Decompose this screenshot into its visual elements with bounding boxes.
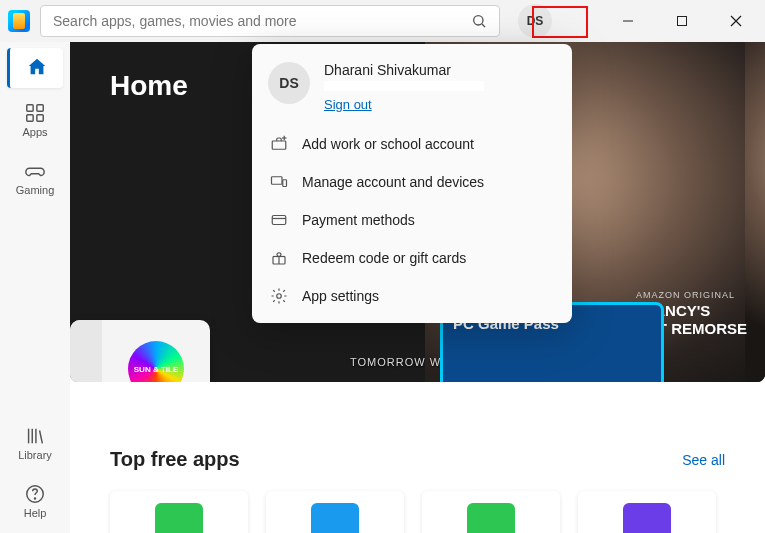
menu-app-settings[interactable]: App settings: [252, 277, 572, 315]
menu-payment-methods[interactable]: Payment methods: [252, 201, 572, 239]
sidebar-item-gaming[interactable]: Gaming: [7, 152, 63, 204]
sidebar-item-label: Help: [24, 507, 47, 519]
store-app-icon: [8, 10, 30, 32]
gift-icon: [270, 249, 288, 267]
svg-point-15: [34, 498, 35, 499]
menu-item-label: Payment methods: [302, 212, 415, 228]
svg-rect-9: [37, 115, 43, 121]
app-tile-icon: [623, 503, 671, 533]
menu-item-label: Redeem code or gift cards: [302, 250, 466, 266]
gear-icon: [270, 287, 288, 305]
popover-avatar-icon: DS: [268, 62, 310, 104]
app-card[interactable]: [422, 491, 560, 533]
devices-icon: [270, 173, 288, 191]
app-card[interactable]: [578, 491, 716, 533]
hero-background-image-2: [745, 42, 765, 382]
card-icon: [270, 211, 288, 229]
svg-rect-6: [27, 105, 33, 111]
app-card[interactable]: [266, 491, 404, 533]
gaming-icon: [24, 160, 46, 182]
svg-line-1: [482, 24, 485, 27]
section-title: Top free apps: [110, 448, 240, 471]
svg-rect-19: [272, 177, 283, 185]
hero-thumbnail-app[interactable]: SUN & TILE: [70, 320, 210, 382]
sidebar-item-help[interactable]: Help: [7, 475, 63, 527]
account-email-redacted: [324, 81, 484, 91]
svg-rect-7: [37, 105, 43, 111]
see-all-link[interactable]: See all: [682, 452, 725, 468]
app-tile-icon: [467, 503, 515, 533]
titlebar: DS: [0, 0, 765, 42]
app-card[interactable]: [110, 491, 248, 533]
app-card-row: [70, 491, 765, 533]
search-icon[interactable]: [467, 9, 491, 33]
sidebar-item-library[interactable]: Library: [7, 417, 63, 469]
sidebar-item-apps[interactable]: Apps: [7, 94, 63, 146]
svg-line-13: [40, 431, 43, 444]
help-icon: [24, 483, 46, 505]
account-popover: DS Dharani Shivakumar Sign out Add work …: [252, 44, 572, 323]
svg-point-26: [277, 294, 282, 299]
svg-rect-21: [272, 216, 286, 225]
menu-manage-account[interactable]: Manage account and devices: [252, 163, 572, 201]
menu-add-work-school[interactable]: Add work or school account: [252, 125, 572, 163]
sidebar-item-label: Library: [18, 449, 52, 461]
svg-rect-8: [27, 115, 33, 121]
menu-item-label: Manage account and devices: [302, 174, 484, 190]
app-tile-icon: [155, 503, 203, 533]
sidebar-item-label: Apps: [22, 126, 47, 138]
hero-amazon-label: AMAZON ORIGINAL: [636, 290, 735, 300]
sidebar-item-label: Gaming: [16, 184, 55, 196]
home-icon: [26, 56, 48, 78]
user-avatar-button[interactable]: DS: [518, 4, 552, 38]
maximize-button[interactable]: [659, 5, 705, 37]
menu-item-label: App settings: [302, 288, 379, 304]
svg-rect-3: [678, 17, 687, 26]
svg-rect-16: [272, 141, 286, 149]
briefcase-icon: [270, 135, 288, 153]
search-box[interactable]: [40, 5, 500, 37]
menu-redeem-code[interactable]: Redeem code or gift cards: [252, 239, 572, 277]
search-input[interactable]: [53, 13, 467, 29]
sign-out-link[interactable]: Sign out: [324, 97, 372, 112]
svg-rect-20: [283, 180, 287, 187]
minimize-button[interactable]: [605, 5, 651, 37]
library-icon: [24, 425, 46, 447]
sidebar-item-home[interactable]: [7, 48, 63, 88]
menu-item-label: Add work or school account: [302, 136, 474, 152]
close-button[interactable]: [713, 5, 759, 37]
apps-icon: [24, 102, 46, 124]
svg-point-0: [474, 16, 483, 25]
app-tile-icon: [311, 503, 359, 533]
sidebar: Apps Gaming Library Help: [0, 42, 70, 533]
account-name: Dharani Shivakumar: [324, 62, 484, 78]
